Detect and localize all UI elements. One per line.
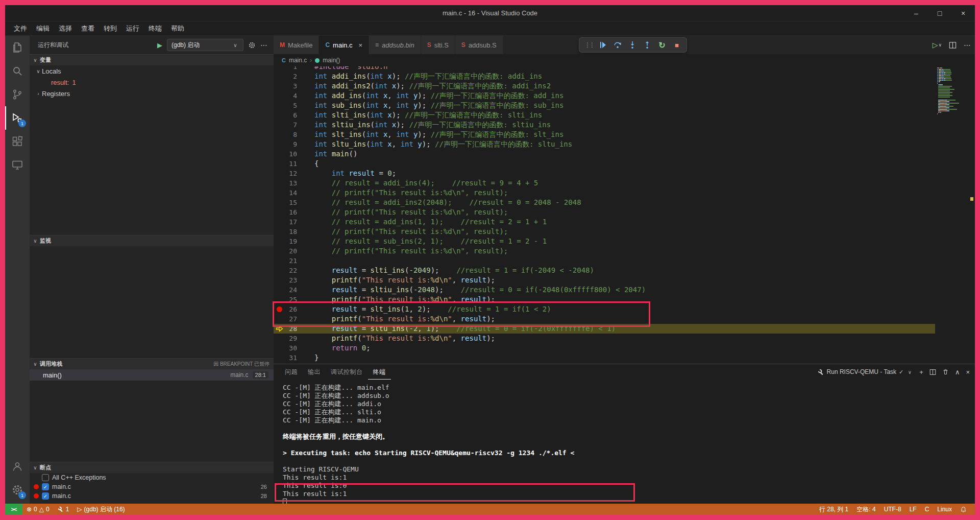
step-over-button[interactable] bbox=[613, 40, 622, 50]
breakpoint-checkbox[interactable]: ✓ bbox=[42, 483, 49, 490]
split-editor-icon[interactable] bbox=[949, 41, 957, 49]
tab-addsub.bin[interactable]: ≡addsub.bin bbox=[369, 36, 421, 54]
maximize-button[interactable]: □ bbox=[928, 5, 951, 21]
code-line-7[interactable]: 7int sltiu_ins(int x); //声明一下汇编语言中的函数: s… bbox=[274, 120, 935, 130]
glyph-margin[interactable] bbox=[274, 207, 285, 217]
variable-result[interactable]: result: 1 bbox=[30, 77, 274, 88]
more-actions-icon[interactable]: ⋯ bbox=[260, 41, 267, 49]
glyph-margin[interactable] bbox=[274, 101, 285, 110]
glyph-margin[interactable] bbox=[274, 217, 285, 227]
glyph-margin[interactable] bbox=[274, 120, 285, 130]
glyph-margin[interactable] bbox=[274, 285, 285, 295]
breakpoint-row[interactable]: ✓main.c28 bbox=[30, 491, 274, 501]
tab-slti.S[interactable]: Sslti.S bbox=[421, 36, 455, 54]
start-debugging-button[interactable]: ▶ bbox=[157, 41, 162, 49]
minimap[interactable] bbox=[936, 67, 968, 115]
menu-item[interactable]: 选择 bbox=[54, 23, 77, 34]
glyph-margin[interactable] bbox=[274, 237, 285, 246]
settings-gear-icon[interactable]: 1 bbox=[5, 478, 30, 502]
panel-tab-输出[interactable]: 输出 bbox=[303, 364, 326, 380]
glyph-margin[interactable] bbox=[274, 81, 285, 91]
code-line-18[interactable]: 18 // printf("This result is:%d\n", resu… bbox=[274, 227, 935, 237]
code-line-5[interactable]: 5int sub_ins(int x, int y); //声明一下汇编语言中的… bbox=[274, 101, 935, 110]
code-line-22[interactable]: 22 result = slti_ins(-2049); //result = … bbox=[274, 266, 935, 275]
code-line-16[interactable]: 16 // printf("This result is:%d\n", resu… bbox=[274, 207, 935, 217]
tab-main.c[interactable]: Cmain.c× bbox=[319, 36, 369, 54]
terminal[interactable]: CC -[M] 正在构建... main.elfCC -[M] 正在构建... … bbox=[274, 380, 975, 504]
code-editor[interactable]: 1#include "stdio.h"2int addi_ins(int x);… bbox=[274, 66, 975, 364]
step-into-button[interactable] bbox=[628, 40, 637, 50]
remote-indicator[interactable]: >< bbox=[5, 504, 22, 515]
glyph-margin[interactable] bbox=[274, 110, 285, 120]
code-line-13[interactable]: 13 // result = addi_ins(4); //result = 9… bbox=[274, 178, 935, 188]
code-line-23[interactable]: 23 printf("This result is:%d\n", result)… bbox=[274, 275, 935, 285]
glyph-margin[interactable] bbox=[274, 314, 285, 324]
breadcrumb-symbol[interactable]: main() bbox=[323, 57, 340, 64]
continue-button[interactable] bbox=[598, 40, 607, 50]
account-icon[interactable] bbox=[5, 455, 30, 478]
tab-Makefile[interactable]: MMakefile bbox=[274, 36, 319, 54]
breakpoint-icon[interactable] bbox=[274, 304, 285, 314]
debug-config-select[interactable]: (gdb) 启动 ∨ bbox=[167, 39, 243, 51]
run-and-debug-icon[interactable]: 1 bbox=[5, 106, 30, 130]
source-control-icon[interactable] bbox=[5, 83, 30, 106]
code-line-30[interactable]: 30 return 0; bbox=[274, 343, 935, 353]
close-panel-icon[interactable]: × bbox=[966, 368, 970, 376]
code-line-19[interactable]: 19 // result = sub_ins(2, 1); //result =… bbox=[274, 237, 935, 246]
panel-tab-调试控制台[interactable]: 调试控制台 bbox=[326, 364, 368, 380]
toolbar-drag-handle[interactable]: ⋮⋮ bbox=[584, 41, 594, 49]
indentation[interactable]: 空格: 4 bbox=[852, 505, 879, 514]
menu-item[interactable]: 终端 bbox=[144, 23, 166, 34]
panel-tab-终端[interactable]: 终端 bbox=[368, 364, 391, 380]
terminal-task-item[interactable]: Run RISCV-QEMU - Task ✓ ∨ bbox=[818, 368, 914, 375]
code-line-27[interactable]: 27 printf("This result is:%d\n", result)… bbox=[274, 314, 935, 324]
glyph-margin[interactable] bbox=[274, 139, 285, 149]
search-icon[interactable] bbox=[5, 59, 30, 83]
tab-addsub.S[interactable]: Saddsub.S bbox=[455, 36, 503, 54]
code-line-2[interactable]: 2int addi_ins(int x); //声明一下汇编语言中的函数: ad… bbox=[274, 72, 935, 81]
code-line-15[interactable]: 15 // result = addi_ins2(2048); //result… bbox=[274, 198, 935, 207]
glyph-margin[interactable] bbox=[274, 295, 285, 304]
glyph-margin[interactable] bbox=[274, 72, 285, 81]
problems-indicator[interactable]: ⊗ 0 △ 0 bbox=[22, 506, 54, 513]
glyph-margin[interactable] bbox=[274, 149, 285, 159]
code-line-11[interactable]: 11{ bbox=[274, 159, 935, 169]
encoding[interactable]: UTF-8 bbox=[880, 506, 905, 513]
breakpoints-section-header[interactable]: ∨ 断点 bbox=[30, 462, 274, 473]
glyph-margin[interactable] bbox=[274, 130, 285, 139]
task-indicator[interactable]: 1 bbox=[54, 506, 74, 513]
split-terminal-icon[interactable] bbox=[929, 369, 936, 375]
glyph-margin[interactable] bbox=[274, 343, 285, 353]
remote-explorer-icon[interactable] bbox=[5, 153, 30, 177]
glyph-margin[interactable] bbox=[274, 91, 285, 101]
breadcrumb[interactable]: C main.c › main() bbox=[274, 54, 975, 66]
variables-section-header[interactable]: ∨ 变量 bbox=[30, 54, 274, 65]
close-tab-icon[interactable]: × bbox=[358, 41, 362, 49]
code-line-6[interactable]: 6int slti_ins(int x); //声明一下汇编语言中的函数: sl… bbox=[274, 110, 935, 120]
code-line-8[interactable]: 8int slt_ins(int x, int y); //声明一下汇编语言中的… bbox=[274, 130, 935, 139]
code-line-26[interactable]: 26 result = slt_ins(1, 2); //result = 1 … bbox=[274, 304, 935, 314]
breakpoint-checkbox[interactable]: ✓ bbox=[42, 492, 49, 500]
callstack-section-header[interactable]: ∨ 调用堆栈 因 BREAKPOINT 已暂停 bbox=[30, 358, 274, 369]
menu-item[interactable]: 编辑 bbox=[32, 23, 54, 34]
registers-group[interactable]: › Registers bbox=[30, 88, 274, 99]
code-line-17[interactable]: 17 // result = add_ins(1, 1); //result =… bbox=[274, 217, 935, 227]
extensions-icon[interactable] bbox=[5, 130, 30, 153]
code-line-1[interactable]: 1#include "stdio.h" bbox=[274, 66, 935, 72]
code-line-28[interactable]: 28 result = sltu_ins(-2, 1); //result = … bbox=[274, 324, 935, 334]
breakpoint-row[interactable]: ✓main.c26 bbox=[30, 482, 274, 491]
kill-terminal-icon[interactable] bbox=[942, 368, 949, 375]
cursor-position[interactable]: 行 28, 列 1 bbox=[815, 505, 852, 514]
locals-group[interactable]: ∨ Locals bbox=[30, 65, 274, 77]
code-line-3[interactable]: 3int addi_ins2(int x); //声明一下汇编语言中的函数: a… bbox=[274, 81, 935, 91]
minimize-button[interactable]: – bbox=[904, 5, 928, 21]
stop-button[interactable]: ■ bbox=[672, 40, 681, 50]
notifications-bell-icon[interactable] bbox=[956, 506, 971, 513]
glyph-margin[interactable] bbox=[274, 66, 285, 72]
code-line-31[interactable]: 31} bbox=[274, 353, 935, 363]
new-terminal-icon[interactable]: + bbox=[919, 368, 923, 376]
glyph-margin[interactable] bbox=[274, 266, 285, 275]
glyph-margin[interactable] bbox=[274, 159, 285, 169]
glyph-margin[interactable] bbox=[274, 178, 285, 188]
debug-session-indicator[interactable]: ▷ (gdb) 启动 (16) bbox=[73, 505, 129, 514]
